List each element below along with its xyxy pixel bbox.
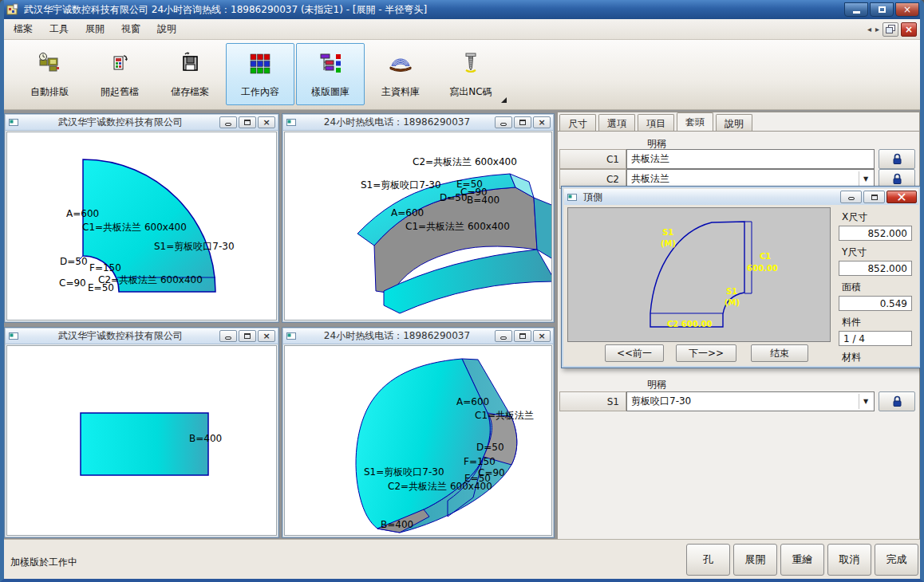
drawing-label: F=150 [464,457,496,467]
restore-icon [871,195,878,200]
menu-window[interactable]: 視窗 [114,19,148,39]
dialog-restore-button[interactable] [863,191,885,203]
nav-back-icon[interactable]: ◂ [867,25,872,33]
tab-description[interactable]: 說明 [716,114,752,131]
row-s1: S1 剪板咬口7-30▼ [559,391,915,411]
y-size-field[interactable]: 852.000 [839,261,912,276]
child-titlebar[interactable]: 武汉华宇诚数控科技有限公司 × [6,328,278,344]
dialog-title: 頂側 [583,191,840,204]
statusbar: 加樣版於工作中 孔 展開 重繪 取消 完成 [4,539,920,579]
redraw-button[interactable]: 重繪 [780,544,824,576]
child-window-rectangle: 武汉华宇诚数控科技有限公司 × B=400 [4,327,279,538]
child-window-title: 武汉华宇诚数控科技有限公司 [22,329,219,343]
child-minimize-button[interactable] [219,116,237,128]
dialog-close-button[interactable]: ✕ [886,191,917,203]
nav-forward-icon[interactable]: ▸ [875,25,880,33]
next-button[interactable]: 下一>> [676,344,736,362]
child-close-button[interactable]: × [533,116,551,128]
menu-help[interactable]: 說明 [150,19,184,39]
child-close-button[interactable]: × [901,22,917,37]
row-s1-key: S1 [559,391,626,411]
close-icon: ✕ [896,190,906,205]
drawing-label: S1 [662,228,673,237]
finish-button[interactable]: 完成 [875,544,918,576]
tab-options[interactable]: 選項 [598,114,635,131]
chevron-down-icon[interactable]: ▼ [859,171,872,187]
toolbar-button-auto-nest[interactable]: 自動排版 [15,43,84,105]
child-restore-button[interactable] [239,330,256,342]
tab-collar[interactable]: 套頭 [677,112,713,131]
child-window-iso-view-2: 24小时热线电话：18986290037 × [282,327,555,538]
minimize-icon [500,336,507,340]
row-c1-value: 共板法兰 [631,152,669,166]
child-restore-button[interactable] [514,330,531,342]
area-field[interactable]: 0.549 [839,296,912,311]
save-file-icon [178,50,202,77]
minimize-button[interactable] [844,2,868,17]
maximize-button[interactable] [870,2,894,17]
drawing-label: B=400 [467,195,500,206]
child-window-iso-view: 24小时热线电话：18986290037 × [282,113,555,323]
child-restore-button[interactable] [883,22,898,37]
menu-unfold[interactable]: 展開 [78,19,112,39]
minimize-icon [225,123,231,126]
unfold-button[interactable]: 展開 [733,544,777,576]
row-s1-lock-button[interactable] [879,391,915,411]
child-restore-button[interactable] [239,116,256,128]
row-c1: C1 共板法兰 [559,149,915,169]
window-title: 武汉华宇诚数控科技有限公司 24小时咨询热线：18986290037 (未指定1… [24,3,844,17]
toolbar-button-write-nc[interactable]: 寫出NC碼 [436,43,505,105]
toolbar-label: 儲存檔案 [171,85,209,99]
close-icon: × [263,332,270,340]
row-s1-combobox[interactable]: 剪板咬口7-30▼ [626,391,875,411]
child-minimize-button[interactable] [495,116,512,128]
end-button[interactable]: 结束 [751,344,808,362]
drawing-label: D=50 [476,442,504,453]
chevron-down-icon[interactable]: ▼ [859,394,872,409]
child-close-button[interactable]: × [258,116,275,128]
write-nc-icon [459,50,483,77]
drawing-label: C1 [760,252,771,261]
child-close-button[interactable]: × [258,330,275,342]
child-close-button[interactable]: × [533,330,551,342]
maximize-icon [879,6,886,13]
menu-file[interactable]: 檔案 [6,19,40,39]
child-titlebar[interactable]: 武汉华宇诚数控科技有限公司 × [6,115,278,131]
row-c2-value: 共板法兰 [631,172,669,186]
child-restore-button[interactable] [514,116,531,128]
child-minimize-button[interactable] [219,330,237,342]
dialog-minimize-button[interactable] [840,191,862,203]
toolbar-label: 主資料庫 [381,85,420,99]
toolbar-button-open-file[interactable]: 開起舊檔 [85,43,154,105]
child-titlebar[interactable]: 24小时热线电话：18986290037 × [283,115,553,131]
part-label: 料件 [842,316,918,329]
cancel-button[interactable]: 取消 [827,544,871,576]
drawing-label: S1=剪板咬口7-30 [154,242,235,252]
hole-button[interactable]: 孔 [686,544,730,576]
child-titlebar[interactable]: 24小时热线电话：18986290037 × [283,328,553,344]
previous-button[interactable]: <<前一 [605,344,664,362]
flat-pattern-drawing: A=600C1=共板法兰 600x400S1=剪板咬口7-30D=50F=150… [6,132,277,320]
tab-size[interactable]: 尺寸 [559,114,596,131]
drawing-label: C2 600.00 [667,320,712,328]
y-size-label: Y尺寸 [842,246,918,259]
restore-icon [244,333,251,339]
toolbar-button-main-database[interactable]: 主資料庫 [366,43,435,105]
dialog-titlebar[interactable]: 頂側 ✕ [564,189,918,205]
close-button[interactable]: × [895,2,919,17]
toolbar-button-save-file[interactable]: 儲存檔案 [156,43,224,105]
row-c1-lock-button[interactable] [879,149,915,169]
part-field[interactable]: 1 / 4 [839,331,912,346]
tab-items[interactable]: 項目 [638,114,674,131]
toolbar-button-work-content[interactable]: 工作內容 [226,43,294,105]
child-minimize-button[interactable] [495,330,512,342]
child-window-title: 24小时热线电话：18986290037 [299,116,495,129]
toolbar-button-template-library[interactable]: 樣版圖庫 [296,43,365,105]
row-c1-field[interactable]: 共板法兰 [626,149,875,169]
minimize-icon [853,11,860,14]
toolbar-overflow-icon[interactable] [501,97,507,103]
x-size-field[interactable]: 852.000 [839,226,912,241]
rectangle-shape [7,346,277,536]
menu-tools[interactable]: 工具 [42,19,76,39]
minimize-icon [225,336,231,340]
